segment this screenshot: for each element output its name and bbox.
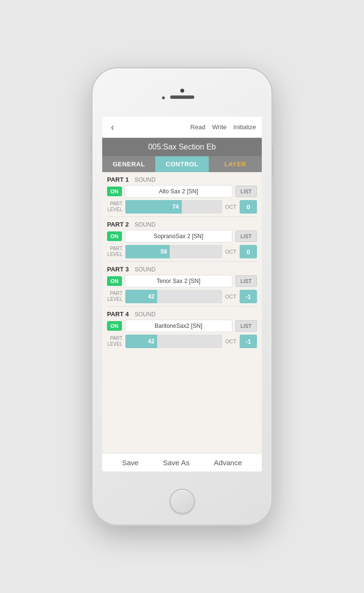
part-divider [107, 261, 257, 262]
part-4-sound-label: SOUND [135, 311, 155, 318]
part-3-sound-name: Tenor Sax 2 [SN] [125, 275, 232, 287]
bottom-bar: Save Save As Advance [102, 453, 262, 472]
part-2-list-button[interactable]: LIST [235, 230, 257, 242]
part-2-sound-name: SopranoSax 2 [SN] [125, 230, 232, 243]
part-3-list-button[interactable]: LIST [235, 275, 257, 287]
part-3-block: PART 3 SOUND ON Tenor Sax 2 [SN] LIST PA… [107, 266, 257, 307]
part-3-level-labels: PARTLEVEL [107, 291, 122, 302]
tab-general[interactable]: GENERAL [102, 156, 155, 172]
tab-control[interactable]: CONTROL [155, 156, 208, 172]
part-3-level-value: 42 [148, 293, 154, 300]
part-3-oct-label: OCT [225, 294, 237, 299]
part-4-header: PART 4 SOUND [107, 310, 257, 318]
part-2-level-value: 58 [161, 248, 167, 255]
part-3-on-button[interactable]: ON [107, 276, 122, 286]
patch-title: 005:Sax Section Eb [102, 138, 262, 156]
save-as-button[interactable]: Save As [163, 458, 189, 467]
part-2-header: PART 2 SOUND [107, 221, 257, 228]
part-2-on-button[interactable]: ON [107, 231, 122, 241]
part-divider [107, 216, 257, 217]
nav-read[interactable]: Read [190, 123, 205, 131]
part-1-oct-label: OCT [225, 204, 237, 210]
screen: ‹ Read Write Initialize 005:Sax Section … [102, 117, 262, 472]
part-4-level-value: 42 [148, 338, 154, 345]
part-2-level-labels: PARTLEVEL [107, 246, 122, 257]
part-2-level-slider[interactable]: 58 [125, 245, 222, 258]
home-button[interactable] [170, 489, 195, 514]
part-4-level-row: PARTLEVEL 42 OCT -1 [107, 335, 257, 348]
advance-button[interactable]: Advance [214, 458, 242, 467]
part-4-level-slider[interactable]: 42 [125, 335, 222, 348]
part-2-sound-row: ON SopranoSax 2 [SN] LIST [107, 230, 257, 243]
nav-write[interactable]: Write [212, 123, 227, 131]
screen-area: ‹ Read Write Initialize 005:Sax Section … [102, 117, 262, 472]
part-2-oct-value[interactable]: 0 [240, 245, 257, 258]
part-4-on-button[interactable]: ON [107, 321, 122, 331]
part-4-oct-label: OCT [225, 338, 237, 344]
part-1-block: PART 1 SOUND ON Alto Sax 2 [SN] LIST PAR… [107, 176, 257, 217]
part-2-level-row: PARTLEVEL 58 OCT 0 [107, 245, 257, 258]
part-4-oct-value[interactable]: -1 [240, 335, 257, 348]
part-1-level-slider[interactable]: 74 [125, 200, 222, 214]
part-3-sound-row: ON Tenor Sax 2 [SN] LIST [107, 275, 257, 287]
part-1-level-labels: PARTLEVEL [107, 201, 122, 213]
part-divider [107, 306, 257, 307]
part-2-block: PART 2 SOUND ON SopranoSax 2 [SN] LIST P… [107, 221, 257, 262]
phone-device: ‹ Read Write Initialize 005:Sax Section … [92, 67, 272, 526]
part-1-on-button[interactable]: ON [107, 187, 122, 196]
part-4-label: PART 4 [107, 310, 129, 318]
part-2-oct-label: OCT [225, 249, 237, 255]
part-4-sound-name: BaritoneSax2 [SN] [125, 320, 232, 332]
speaker-icon [170, 95, 194, 99]
back-button[interactable]: ‹ [108, 121, 117, 134]
part-1-oct-value[interactable]: 0 [240, 200, 257, 214]
part-1-sound-row: ON Alto Sax 2 [SN] LIST [107, 185, 257, 198]
part-4-sound-row: ON BaritoneSax2 [SN] LIST [107, 320, 257, 332]
part-1-sound-label: SOUND [135, 176, 155, 183]
sensor-dot [162, 96, 165, 99]
part-1-label: PART 1 [107, 176, 129, 183]
camera-icon [180, 89, 184, 93]
part-3-header: PART 3 SOUND [107, 266, 257, 273]
part-3-level-row: PARTLEVEL 42 OCT -1 [107, 290, 257, 303]
tab-layer[interactable]: LAYER [209, 156, 262, 172]
part-3-level-slider[interactable]: 42 [125, 290, 222, 303]
volume-up-button[interactable] [90, 158, 92, 176]
part-3-label: PART 3 [107, 266, 129, 273]
part-3-sound-label: SOUND [135, 266, 155, 273]
phone-body: ‹ Read Write Initialize 005:Sax Section … [92, 67, 272, 526]
volume-down-button[interactable] [90, 181, 92, 199]
content-area: PART 1 SOUND ON Alto Sax 2 [SN] LIST PAR… [102, 172, 262, 453]
part-2-label: PART 2 [107, 221, 129, 228]
part-4-level-labels: PARTLEVEL [107, 336, 122, 347]
part-4-block: PART 4 SOUND ON BaritoneSax2 [SN] LIST P… [107, 310, 257, 348]
tab-bar: GENERAL CONTROL LAYER [102, 156, 262, 172]
part-1-level-row: PARTLEVEL 74 OCT 0 [107, 200, 257, 214]
save-button[interactable]: Save [122, 458, 138, 467]
part-3-oct-value[interactable]: -1 [240, 290, 257, 303]
part-1-header: PART 1 SOUND [107, 176, 257, 183]
part-1-sound-name: Alto Sax 2 [SN] [125, 185, 232, 198]
part-2-sound-label: SOUND [135, 221, 155, 228]
part-4-list-button[interactable]: LIST [235, 320, 257, 332]
part-1-level-value: 74 [172, 203, 178, 210]
nav-initialize[interactable]: Initialize [233, 123, 256, 131]
part-1-list-button[interactable]: LIST [235, 186, 257, 197]
nav-items: Read Write Initialize [117, 123, 256, 131]
top-nav: ‹ Read Write Initialize [102, 117, 262, 138]
